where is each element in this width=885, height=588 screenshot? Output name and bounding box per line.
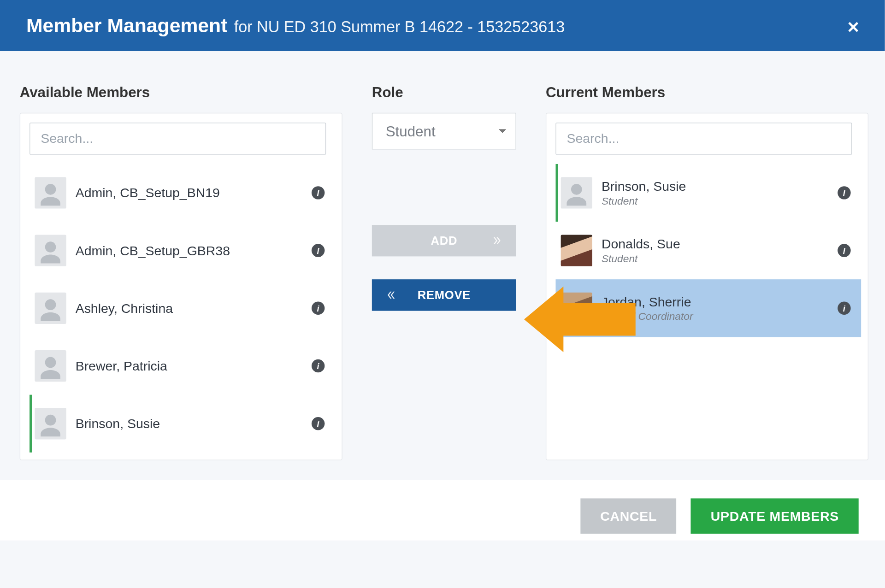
member-name: Jordan, Sherrie [602, 294, 838, 309]
member-row[interactable]: Donalds, SueStudenti [555, 222, 861, 279]
current-members-panel: Brinson, SusieStudentiDonalds, SueStuden… [546, 113, 868, 460]
role-actions-column: Role Student ADD REMOVE [372, 84, 516, 460]
member-management-dialog: Member Management for NU ED 310 Summer B… [0, 0, 885, 541]
current-members-label: Current Members [546, 84, 868, 101]
dialog-subtitle: for NU ED 310 Summer B 14622 - 153252361… [234, 18, 565, 36]
member-name: Brinson, Susie [76, 416, 312, 431]
member-name: Donalds, Sue [602, 236, 838, 252]
available-members-column: Available Members Admin, CB_Setup_BN19iA… [20, 84, 342, 460]
info-icon[interactable]: i [838, 302, 850, 315]
info-icon[interactable]: i [838, 186, 850, 199]
remove-button[interactable]: REMOVE [372, 279, 516, 311]
member-name: Brewer, Patricia [76, 359, 312, 374]
avatar [35, 235, 66, 266]
avatar [561, 177, 592, 208]
avatar [35, 293, 66, 324]
member-row[interactable]: Admin, CB_Setup_BN19i [30, 164, 335, 222]
current-members-column: Current Members Brinson, SusieStudentiDo… [546, 84, 868, 460]
info-icon[interactable]: i [312, 359, 324, 372]
available-members-label: Available Members [20, 84, 342, 101]
avatar [561, 235, 592, 266]
available-members-panel: Admin, CB_Setup_BN19iAdmin, CB_Setup_GBR… [20, 113, 342, 460]
member-text: Jordan, SherrieClinical Coordinator [602, 294, 838, 322]
member-text: Brewer, Patricia [76, 359, 312, 374]
member-text: Donalds, SueStudent [602, 236, 838, 265]
chevron-right-icon [491, 235, 502, 246]
member-text: Brinson, Susie [76, 416, 312, 431]
member-text: Ashley, Christina [76, 300, 312, 316]
add-button-label: ADD [431, 234, 458, 247]
dialog-header: Member Management for NU ED 310 Summer B… [0, 0, 885, 51]
member-name: Brinson, Susie [602, 179, 838, 194]
avatar [35, 177, 66, 208]
info-icon[interactable]: i [312, 186, 324, 199]
member-text: Brinson, SusieStudent [602, 179, 838, 207]
current-search-input[interactable] [555, 123, 852, 155]
dialog-title: Member Management [26, 14, 228, 36]
chevron-left-icon [386, 290, 397, 300]
role-select[interactable]: Student [372, 113, 516, 150]
update-members-button[interactable]: UPDATE MEMBERS [691, 498, 859, 534]
member-name: Admin, CB_Setup_BN19 [76, 185, 312, 200]
current-members-list[interactable]: Brinson, SusieStudentiDonalds, SueStuden… [555, 164, 861, 453]
member-row[interactable]: Ashley, Christinai [30, 279, 335, 337]
dialog-body: Available Members Admin, CB_Setup_BN19iA… [0, 51, 885, 480]
member-role: Clinical Coordinator [602, 311, 838, 323]
member-row[interactable]: Brewer, Patriciai [30, 337, 335, 394]
member-role: Student [602, 253, 838, 265]
member-row[interactable]: Brinson, SusieStudenti [555, 164, 861, 222]
info-icon[interactable]: i [312, 417, 324, 430]
available-search-input[interactable] [30, 123, 326, 155]
add-button[interactable]: ADD [372, 225, 516, 256]
member-name: Ashley, Christina [76, 300, 312, 316]
member-row[interactable]: Admin, CB_Setup_GBR38i [30, 222, 335, 279]
member-role: Student [602, 195, 838, 207]
member-text: Admin, CB_Setup_GBR38 [76, 243, 312, 258]
member-name: Admin, CB_Setup_GBR38 [76, 243, 312, 258]
info-icon[interactable]: i [312, 302, 324, 315]
avatar [35, 408, 66, 439]
info-icon[interactable]: i [312, 244, 324, 257]
avatar [561, 293, 592, 324]
member-row[interactable]: Jordan, SherrieClinical Coordinatori [555, 279, 861, 337]
available-members-list[interactable]: Admin, CB_Setup_BN19iAdmin, CB_Setup_GBR… [30, 164, 335, 453]
member-row[interactable]: Brinson, Susiei [30, 395, 335, 453]
member-text: Admin, CB_Setup_BN19 [76, 185, 312, 200]
info-icon[interactable]: i [838, 244, 850, 257]
role-label: Role [372, 84, 516, 101]
cancel-button[interactable]: CANCEL [581, 498, 677, 534]
close-icon[interactable]: ✕ [847, 18, 860, 37]
avatar [35, 350, 66, 382]
remove-button-label: REMOVE [418, 288, 471, 302]
dialog-footer: CANCEL UPDATE MEMBERS [0, 480, 885, 541]
